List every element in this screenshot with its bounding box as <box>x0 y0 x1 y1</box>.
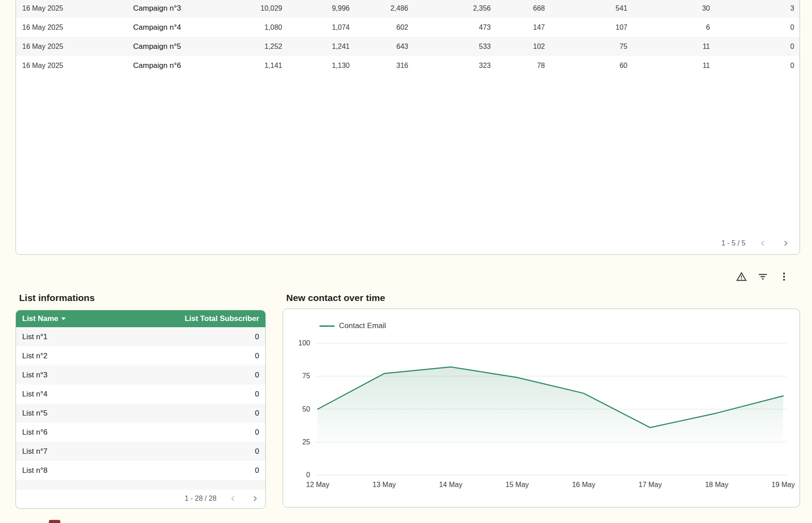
campaign-table-pagination: 1 - 5 / 5 <box>721 238 792 249</box>
list-item: List n°50 <box>16 404 265 423</box>
cell-date: 16 May 2025 <box>16 62 130 70</box>
list-item: List n°40 <box>16 384 265 404</box>
campaign-table-card: 16 May 2025Campaign n°310,0299,9962,4862… <box>16 0 800 255</box>
list-name: List n°3 <box>22 371 47 380</box>
area-fill <box>318 367 783 475</box>
x-axis-tick: 13 May <box>373 481 396 488</box>
table-row: 16 May 2025Campaign n°310,0299,9962,4862… <box>16 0 800 18</box>
cell-value: 30 <box>627 4 710 12</box>
x-axis-tick: 12 May <box>306 481 329 488</box>
next-page-button[interactable] <box>249 493 261 504</box>
cell-value: 147 <box>491 24 545 32</box>
more-vertical-icon[interactable] <box>778 271 790 282</box>
chevron-left-icon <box>757 238 768 249</box>
list-name: List n°5 <box>22 409 47 418</box>
list-table-body: List n°10List n°20List n°30List n°40List… <box>16 327 265 480</box>
cell-value: 78 <box>491 62 545 70</box>
chevron-right-icon <box>250 493 260 504</box>
list-item: List n°10 <box>16 327 265 346</box>
cell-value: 323 <box>408 62 491 70</box>
list-item: List n°70 <box>16 442 265 461</box>
list-name: List n°1 <box>22 333 47 341</box>
previous-page-button[interactable] <box>227 493 239 504</box>
cell-value: 602 <box>350 24 408 32</box>
cell-value: 11 <box>627 43 710 51</box>
cell-value: 60 <box>545 62 627 70</box>
line-chart-svg: 025507510012 May13 May14 May15 May16 May… <box>283 309 800 507</box>
table-row: 16 May 2025Campaign n°41,0801,0746024731… <box>16 18 800 37</box>
list-name: List n°7 <box>22 447 47 456</box>
list-table-card: List Name List Total Subscriber List n°1… <box>16 310 266 509</box>
empty-row-strip <box>16 480 265 490</box>
cell-value: 541 <box>545 4 627 12</box>
x-axis-tick: 15 May <box>505 481 528 488</box>
sort-descending-icon <box>61 317 66 320</box>
cell-campaign-name: Campaign n°3 <box>130 4 229 13</box>
cell-date: 16 May 2025 <box>16 24 130 32</box>
chart-toolbar <box>736 271 790 282</box>
cell-value: 1,252 <box>229 43 282 51</box>
line-chart-card: Contact Email 025507510012 May13 May14 M… <box>283 309 800 507</box>
y-axis-tick: 75 <box>302 372 310 380</box>
cell-date: 16 May 2025 <box>16 43 130 51</box>
list-item: List n°80 <box>16 461 265 480</box>
cell-value: 107 <box>545 24 627 32</box>
list-name: List n°6 <box>22 428 47 437</box>
cell-value: 533 <box>408 43 491 51</box>
chart-section-title: New contact over time <box>286 293 385 303</box>
cell-value: 6 <box>627 24 710 32</box>
list-name: List n°4 <box>22 390 47 399</box>
list-subscriber-count: 0 <box>255 428 259 437</box>
list-subscriber-count: 0 <box>255 447 259 456</box>
cell-value: 2,486 <box>350 4 408 12</box>
cell-campaign-name: Campaign n°5 <box>130 42 229 51</box>
cell-value: 10,029 <box>229 4 282 12</box>
cell-value: 11 <box>627 62 710 70</box>
cell-value: 643 <box>350 43 408 51</box>
list-subscriber-count: 0 <box>255 333 259 341</box>
table-row: 16 May 2025Campaign n°51,2521,2416435331… <box>16 37 800 56</box>
cell-value: 9,996 <box>282 4 350 12</box>
cell-value: 473 <box>408 24 491 32</box>
cell-value: 0 <box>710 43 800 51</box>
list-item: List n°60 <box>16 423 265 442</box>
filter-icon[interactable] <box>757 271 769 282</box>
cell-value: 1,130 <box>282 62 350 70</box>
cell-date: 16 May 2025 <box>16 4 130 12</box>
list-section-title: List informations <box>19 293 95 303</box>
chevron-left-icon <box>228 493 238 504</box>
list-subscriber-count: 0 <box>255 371 259 380</box>
list-name-header-label: List Name <box>22 314 58 323</box>
list-item: List n°30 <box>16 365 265 384</box>
cell-campaign-name: Campaign n°6 <box>130 61 229 70</box>
cell-value: 3 <box>710 4 800 12</box>
x-axis-tick: 18 May <box>705 481 728 488</box>
cell-value: 668 <box>491 4 545 12</box>
list-subscriber-count: 0 <box>255 409 259 418</box>
cell-value: 1,241 <box>282 43 350 51</box>
cell-value: 1,141 <box>229 62 282 70</box>
list-item: List n°20 <box>16 346 265 365</box>
y-axis-tick: 100 <box>298 339 310 347</box>
list-table-pagination: 1 - 28 / 28 <box>185 493 261 504</box>
list-subscriber-count: 0 <box>255 466 259 475</box>
x-axis-tick: 19 May <box>772 481 795 488</box>
list-subscriber-count: 0 <box>255 352 259 361</box>
next-page-button[interactable] <box>780 238 792 249</box>
y-axis-tick: 25 <box>302 438 310 446</box>
x-axis-tick: 16 May <box>572 481 595 488</box>
cell-value: 316 <box>350 62 408 70</box>
cell-value: 2,356 <box>408 4 491 12</box>
cell-value: 0 <box>710 62 800 70</box>
cell-value: 75 <box>545 43 627 51</box>
warning-icon[interactable] <box>736 271 747 282</box>
previous-page-button[interactable] <box>757 238 769 249</box>
cell-value: 1,080 <box>229 24 282 32</box>
x-axis-tick: 14 May <box>439 481 462 488</box>
campaign-table-body: 16 May 2025Campaign n°310,0299,9962,4862… <box>16 0 800 75</box>
y-axis-tick: 50 <box>302 405 310 413</box>
x-axis-tick: 17 May <box>639 481 662 488</box>
list-total-subscriber-header[interactable]: List Total Subscriber <box>185 314 259 323</box>
list-name-header[interactable]: List Name <box>22 314 66 323</box>
cell-value: 102 <box>491 43 545 51</box>
